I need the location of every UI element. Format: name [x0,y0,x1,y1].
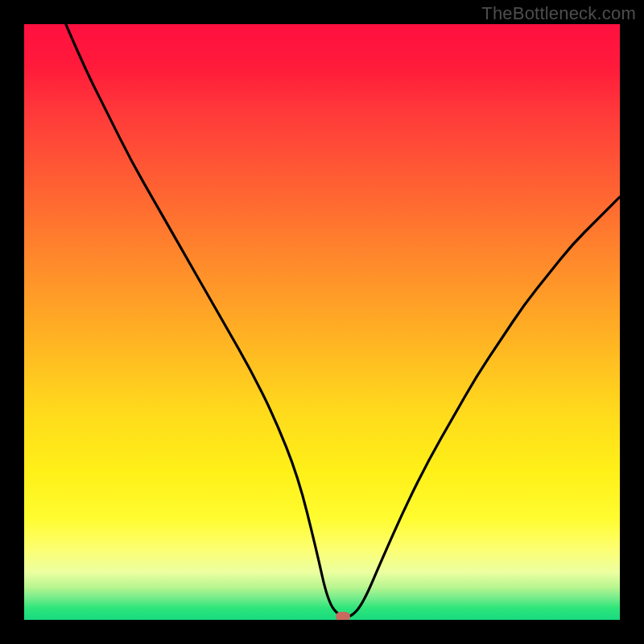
watermark-text: TheBottleneck.com [481,3,636,24]
optimal-point-marker [336,612,350,620]
bottleneck-curve [24,24,620,620]
chart-frame: TheBottleneck.com [0,0,644,644]
plot-area [24,24,620,620]
